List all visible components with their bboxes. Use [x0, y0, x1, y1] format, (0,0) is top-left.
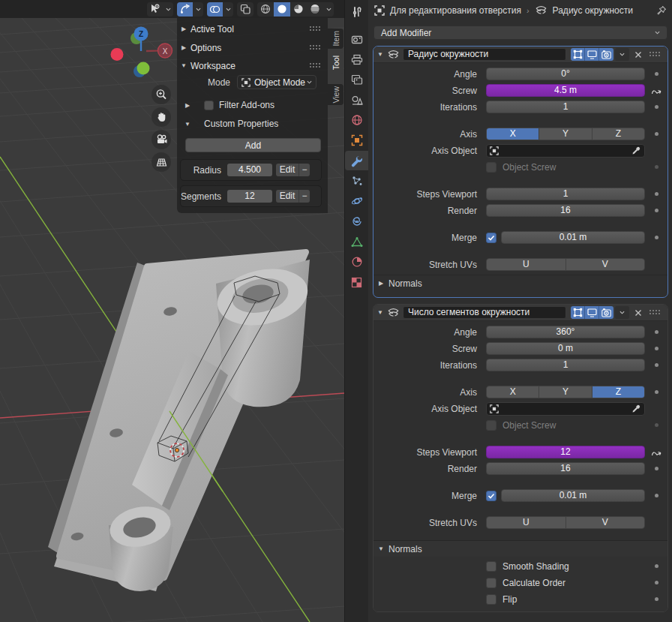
animate-decorator[interactable]: [655, 330, 658, 334]
prop-remove-button[interactable]: −: [298, 190, 310, 203]
axis-z-button[interactable]: Z: [592, 386, 644, 398]
gizmo-y-ball[interactable]: [137, 62, 150, 75]
breadcrumb-object-name[interactable]: Для редактирования отверстия: [390, 5, 521, 16]
object-screw-checkbox[interactable]: [486, 420, 496, 431]
prop-value-field[interactable]: 4.500: [227, 164, 272, 176]
zoom-button[interactable]: [152, 85, 171, 104]
add-property-button[interactable]: Add: [185, 138, 321, 152]
eyedropper-icon[interactable]: [632, 146, 641, 155]
tab-object-data-icon[interactable]: [345, 232, 368, 251]
filter-addons-row[interactable]: ▶ Filter Add-ons: [182, 99, 274, 111]
steps-viewport-field[interactable]: 12: [486, 446, 645, 458]
driver-decorator-icon[interactable]: [651, 86, 662, 95]
modifier-extras-button[interactable]: [615, 306, 629, 319]
merge-threshold-field[interactable]: 0.01 m: [501, 489, 645, 502]
section-options[interactable]: ▶ Options: [177, 41, 328, 54]
toggle-xray-button[interactable]: [237, 2, 254, 17]
tab-material-icon[interactable]: [345, 252, 368, 272]
render-steps-field[interactable]: 16: [486, 204, 645, 217]
render-steps-field[interactable]: 16: [486, 462, 645, 475]
normals-subpanel-header[interactable]: ▼ Normals: [374, 541, 668, 557]
merge-threshold-field[interactable]: 0.01 m: [501, 231, 645, 244]
edit-mode-display-toggle[interactable]: [571, 48, 585, 61]
animate-decorator[interactable]: [655, 423, 658, 427]
show-overlays-toggle[interactable]: [207, 2, 223, 17]
mode-dropdown[interactable]: Object Mode: [237, 75, 316, 89]
realtime-display-toggle[interactable]: [585, 48, 599, 61]
modifier-name-field[interactable]: Радиус окружности: [403, 48, 566, 61]
breadcrumb-modifier-name[interactable]: Радиус окружности: [553, 5, 633, 16]
iterations-field[interactable]: 1: [486, 359, 645, 371]
prop-edit-button[interactable]: Edit: [276, 164, 298, 176]
tab-object-icon[interactable]: [345, 131, 368, 150]
axis-object-field[interactable]: [486, 402, 645, 416]
prop-edit-button[interactable]: Edit: [276, 190, 298, 203]
axis-z-button[interactable]: Z: [592, 128, 644, 140]
screw-field[interactable]: 0 m: [486, 342, 645, 355]
add-modifier-dropdown[interactable]: Add Modifier: [374, 26, 668, 40]
driver-decorator-icon[interactable]: [651, 448, 662, 457]
tab-world-icon[interactable]: [345, 110, 368, 130]
stretch-v-button[interactable]: V: [566, 259, 645, 270]
tab-physics-icon[interactable]: [345, 191, 368, 211]
prop-remove-button[interactable]: −: [298, 164, 310, 176]
animate-decorator[interactable]: [655, 347, 658, 350]
tab-particles-icon[interactable]: [345, 171, 368, 191]
shading-solid-button[interactable]: [274, 2, 290, 17]
section-active-tool[interactable]: ▶ Active Tool: [177, 23, 328, 35]
angle-field[interactable]: 360°: [486, 326, 645, 338]
modifier-extras-button[interactable]: [615, 48, 629, 61]
delete-modifier-button[interactable]: [631, 48, 645, 61]
modifier-name-field[interactable]: Число сегментов окружности: [403, 306, 566, 319]
animate-decorator[interactable]: [655, 467, 658, 470]
tab-scene-icon[interactable]: [345, 90, 368, 110]
visibility-dropdown-chevron[interactable]: [163, 2, 173, 17]
axis-x-button[interactable]: X: [487, 128, 539, 140]
axis-x-button[interactable]: X: [487, 386, 539, 398]
animate-decorator[interactable]: [655, 165, 658, 169]
show-gizmos-toggle[interactable]: [177, 2, 193, 17]
flip-checkbox[interactable]: [486, 594, 496, 605]
smooth-shading-checkbox[interactable]: [486, 561, 496, 572]
expand-arrow-icon[interactable]: ▼: [374, 309, 387, 316]
animate-decorator[interactable]: [655, 132, 658, 136]
axis-object-field[interactable]: [486, 144, 645, 158]
axis-y-button[interactable]: Y: [539, 128, 592, 140]
tab-constraints-icon[interactable]: [345, 212, 368, 231]
stretch-u-button[interactable]: U: [487, 259, 566, 270]
animate-decorator[interactable]: [655, 597, 658, 601]
animate-decorator[interactable]: [655, 72, 658, 76]
modifier-header[interactable]: ▼ Радиус окружности: [374, 47, 668, 63]
animate-decorator[interactable]: [655, 209, 658, 212]
realtime-display-toggle[interactable]: [585, 306, 599, 319]
section-workspace[interactable]: ▼ Workspace: [177, 59, 328, 72]
tab-modifiers-icon[interactable]: [345, 151, 368, 170]
drag-handle-icon[interactable]: [310, 63, 322, 69]
edit-mode-display-toggle[interactable]: [571, 306, 585, 319]
object-type-visibility-icon[interactable]: [147, 2, 163, 17]
animate-decorator[interactable]: [655, 581, 658, 584]
drag-handle-icon[interactable]: [310, 26, 322, 32]
shading-dropdown-chevron[interactable]: [323, 2, 334, 17]
modifier-header[interactable]: ▼ Число сегментов окружности: [374, 305, 668, 321]
pin-icon[interactable]: [656, 5, 667, 16]
camera-view-button[interactable]: [152, 130, 171, 149]
gizmo-neg-x-ball[interactable]: [111, 48, 124, 61]
tab-tool-icon[interactable]: [345, 2, 368, 22]
filter-addons-checkbox[interactable]: [204, 101, 214, 110]
navigation-gizmo[interactable]: Z X: [105, 21, 180, 84]
tab-item[interactable]: Item: [328, 29, 344, 49]
tab-view-layer-icon[interactable]: [345, 70, 368, 89]
gizmos-dropdown-chevron[interactable]: [193, 2, 203, 17]
render-display-toggle[interactable]: [599, 48, 614, 61]
stretch-u-button[interactable]: U: [487, 517, 566, 528]
tab-output-icon[interactable]: [345, 50, 368, 69]
prop-value-field[interactable]: 12: [227, 190, 272, 203]
animate-decorator[interactable]: [655, 494, 658, 497]
steps-viewport-field[interactable]: 1: [486, 188, 645, 200]
shading-material-button[interactable]: [290, 2, 307, 17]
shading-rendered-button[interactable]: [307, 2, 323, 17]
merge-checkbox[interactable]: [486, 491, 496, 501]
normals-subpanel-header[interactable]: ▶ Normals: [374, 275, 668, 291]
overlays-dropdown-chevron[interactable]: [223, 2, 233, 17]
